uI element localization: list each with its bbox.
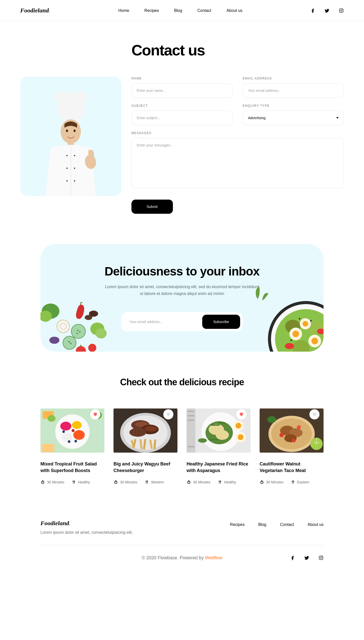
messages-input[interactable] bbox=[131, 138, 344, 188]
svg-point-52 bbox=[321, 346, 322, 347]
svg-rect-68 bbox=[42, 480, 43, 481]
svg-point-47 bbox=[285, 343, 294, 349]
svg-point-24 bbox=[77, 330, 79, 331]
svg-point-42 bbox=[292, 331, 299, 337]
recipe-image bbox=[260, 405, 324, 456]
svg-rect-91 bbox=[188, 420, 194, 421]
svg-point-27 bbox=[63, 336, 76, 349]
svg-point-26 bbox=[76, 333, 78, 334]
logo[interactable]: Foodieland bbox=[20, 7, 50, 14]
nav-about[interactable]: About us bbox=[226, 8, 242, 13]
svg-rect-97 bbox=[211, 424, 220, 426]
subscribe-desc: Lorem ipsum dolor sit amet, consectetuip… bbox=[104, 283, 260, 297]
svg-point-76 bbox=[145, 426, 157, 432]
svg-point-10 bbox=[66, 180, 68, 182]
enquiry-select[interactable]: Advertising bbox=[243, 111, 344, 125]
recipe-name: Big and Juicy Wagyu Beef Cheeseburger bbox=[113, 461, 177, 474]
recipe-category: Western bbox=[144, 480, 164, 484]
svg-rect-120 bbox=[262, 480, 262, 481]
svg-point-29 bbox=[70, 343, 72, 344]
svg-point-59 bbox=[62, 431, 65, 433]
vegetables-left-image bbox=[40, 296, 124, 352]
recipe-card[interactable]: Mixed Tropical Fruit Salad with Superfoo… bbox=[40, 405, 104, 484]
svg-point-62 bbox=[72, 429, 75, 432]
svg-point-57 bbox=[73, 430, 85, 440]
svg-rect-106 bbox=[189, 480, 189, 481]
svg-point-103 bbox=[238, 434, 243, 440]
email-input[interactable] bbox=[243, 83, 344, 98]
page-title: Contact us bbox=[131, 41, 344, 59]
svg-point-116 bbox=[292, 439, 296, 443]
svg-point-31 bbox=[96, 328, 107, 338]
svg-point-104 bbox=[198, 438, 207, 443]
recipe-image bbox=[113, 405, 177, 456]
svg-rect-98 bbox=[217, 422, 225, 423]
svg-point-46 bbox=[303, 321, 308, 327]
svg-rect-90 bbox=[188, 415, 194, 416]
nav-home[interactable]: Home bbox=[118, 8, 129, 13]
name-label: NAME bbox=[131, 77, 233, 80]
footer-social bbox=[290, 555, 324, 560]
subscribe-title: Deliciousness to your inbox bbox=[56, 264, 308, 278]
nav-contact[interactable]: Contact bbox=[197, 8, 211, 13]
recipe-card[interactable]: Cauliflower Walnut Vegetarian Taco Meat … bbox=[260, 405, 324, 484]
svg-point-115 bbox=[297, 425, 301, 429]
svg-point-61 bbox=[74, 440, 77, 442]
svg-point-6 bbox=[74, 130, 76, 132]
svg-rect-3 bbox=[61, 113, 81, 118]
svg-point-34 bbox=[49, 337, 59, 344]
footer-nav-about[interactable]: About us bbox=[308, 522, 324, 527]
svg-point-56 bbox=[72, 421, 82, 429]
recipe-name: Mixed Tropical Fruit Salad with Superfoo… bbox=[40, 461, 104, 474]
svg-point-65 bbox=[48, 415, 55, 422]
svg-point-51 bbox=[290, 339, 292, 341]
subject-input[interactable] bbox=[131, 111, 233, 125]
nav-blog[interactable]: Blog bbox=[174, 8, 182, 13]
social-links bbox=[310, 8, 344, 13]
footer-instagram-icon[interactable] bbox=[318, 555, 324, 560]
facebook-icon[interactable] bbox=[310, 8, 315, 13]
chef-image bbox=[20, 77, 121, 196]
contact-form: NAME EMAIL ADDRESS SUBJECT ENQUIRY TYPE bbox=[131, 77, 344, 214]
subscribe-email-input[interactable] bbox=[124, 315, 202, 329]
recipe-name: Healthy Japanese Fried Rice with Asparag… bbox=[187, 461, 251, 474]
footer-twitter-icon[interactable] bbox=[304, 555, 309, 560]
recipe-name: Cauliflower Walnut Vegetarian Taco Meat bbox=[260, 461, 324, 474]
svg-point-60 bbox=[68, 440, 70, 443]
recipe-time: 30 Minutes bbox=[187, 480, 210, 484]
twitter-icon[interactable] bbox=[325, 8, 330, 13]
recipe-card[interactable]: Healthy Japanese Fried Rice with Asparag… bbox=[187, 405, 251, 484]
enquiry-label: ENQUIRY TYPE bbox=[243, 104, 344, 108]
recipe-card[interactable]: Big and Juicy Wagyu Beef Cheeseburger 30… bbox=[113, 405, 177, 484]
footer-logo[interactable]: Foodieland bbox=[40, 520, 133, 527]
svg-point-5 bbox=[66, 130, 68, 132]
svg-rect-99 bbox=[209, 439, 218, 440]
recipe-category: Healthy bbox=[71, 480, 90, 484]
recipe-time: 30 Minutes bbox=[260, 480, 283, 484]
svg-rect-85 bbox=[116, 480, 116, 481]
svg-point-33 bbox=[88, 344, 96, 352]
subscribe-button[interactable]: Subscribe bbox=[202, 315, 240, 329]
svg-point-9 bbox=[66, 168, 68, 169]
svg-point-11 bbox=[74, 155, 75, 156]
instagram-icon[interactable] bbox=[339, 8, 344, 13]
svg-point-50 bbox=[310, 320, 312, 322]
submit-button[interactable]: Submit bbox=[131, 200, 173, 214]
email-label: EMAIL ADDRESS bbox=[243, 77, 344, 80]
svg-point-23 bbox=[71, 324, 85, 338]
svg-rect-92 bbox=[188, 446, 194, 447]
svg-point-25 bbox=[79, 331, 81, 333]
svg-point-101 bbox=[236, 423, 241, 429]
subscribe-section: Deliciousness to your inbox Lorem ipsum … bbox=[40, 244, 324, 352]
name-input[interactable] bbox=[131, 83, 233, 98]
svg-point-13 bbox=[74, 180, 75, 182]
svg-point-58 bbox=[62, 433, 72, 442]
nav-recipes[interactable]: Recipes bbox=[144, 8, 159, 13]
salad-right-image bbox=[250, 283, 324, 352]
footer-facebook-icon[interactable] bbox=[290, 555, 295, 560]
recipe-image bbox=[40, 405, 104, 456]
footer-nav-contact[interactable]: Contact bbox=[280, 522, 294, 527]
footer-nav-blog[interactable]: Blog bbox=[258, 522, 266, 527]
footer-nav-recipes[interactable]: Recipes bbox=[230, 522, 245, 527]
svg-point-19 bbox=[57, 320, 70, 333]
